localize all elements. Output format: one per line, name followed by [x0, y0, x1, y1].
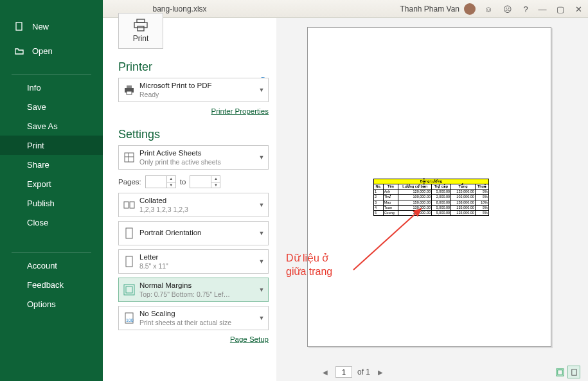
scaling-select[interactable]: 100 No ScalingPrint sheets at their actu… — [118, 306, 269, 330]
chevron-down-icon: ▼ — [255, 154, 268, 161]
svg-rect-13 — [126, 256, 132, 267]
svg-rect-20 — [571, 369, 576, 375]
sidebar-item-close[interactable]: Close — [0, 213, 103, 232]
chevron-down-icon: ▼ — [255, 202, 268, 208]
sidebar-item-publish[interactable]: Publish — [0, 193, 103, 213]
printer-select[interactable]: Microsoft Print to PDFReady ▼ — [118, 78, 269, 102]
svg-rect-5 — [127, 85, 132, 88]
svg-rect-12 — [126, 228, 132, 238]
spin-up-icon[interactable]: ▲ — [211, 176, 220, 182]
margins-select[interactable]: Normal MarginsTop: 0.75" Bottom: 0.75" L… — [118, 278, 269, 302]
chevron-down-icon: ▼ — [255, 230, 268, 236]
scaling-icon: 100 — [124, 312, 134, 324]
sidebar-item-share[interactable]: Share — [0, 155, 103, 174]
spin-up-icon[interactable]: ▲ — [167, 176, 175, 182]
feedback-frown-icon[interactable]: ☹ — [498, 0, 517, 18]
sidebar-item-options[interactable]: Options — [0, 294, 103, 314]
preview-table: Bảng LươngNo.TênLương cơ bảnTrợ cấpTổngT… — [373, 179, 489, 216]
svg-rect-3 — [138, 26, 144, 31]
chevron-down-icon: ▼ — [255, 87, 268, 93]
paper-size-select[interactable]: Letter8.5" x 11" ▼ — [118, 249, 269, 274]
settings-heading: Settings — [118, 128, 269, 141]
annotation-text: Dữ liệu ở giữa trang — [286, 252, 332, 279]
page-setup-link[interactable]: Page Setup — [230, 335, 269, 343]
backstage-sidebar: New Open Info Save Save As Print Share E… — [0, 0, 103, 381]
avatar[interactable] — [464, 3, 476, 15]
print-settings-panel: Print Printer i Microsoft Print to PDFRe… — [103, 18, 276, 381]
svg-rect-19 — [557, 369, 562, 374]
collate-select[interactable]: Collated1,2,3 1,2,3 1,2,3 ▼ — [118, 193, 269, 217]
svg-rect-0 — [16, 22, 22, 30]
sidebar-item-new[interactable]: New — [0, 17, 103, 36]
printer-properties-link[interactable]: Printer Properties — [211, 107, 269, 115]
feedback-smile-icon[interactable]: ☺ — [479, 0, 498, 18]
print-what-select[interactable]: Print Active SheetsOnly print the active… — [118, 145, 269, 170]
sidebar-item-account[interactable]: Account — [0, 256, 103, 275]
spin-down-icon[interactable]: ▼ — [211, 182, 220, 188]
sidebar-item-export[interactable]: Export — [0, 174, 103, 193]
svg-rect-11 — [130, 202, 134, 208]
paper-icon — [125, 256, 134, 267]
close-button[interactable]: ✕ — [569, 0, 588, 18]
new-icon — [14, 21, 24, 31]
sidebar-item-saveas[interactable]: Save As — [0, 116, 103, 136]
svg-rect-7 — [125, 153, 134, 162]
printer-heading: Printer — [118, 60, 269, 74]
pages-from-input[interactable]: ▲▼ — [145, 175, 176, 188]
filename: bang-luong.xlsx — [153, 4, 207, 13]
main-area: Print Printer i Microsoft Print to PDFRe… — [103, 18, 588, 381]
chevron-down-icon: ▼ — [255, 315, 268, 321]
spin-down-icon[interactable]: ▼ — [167, 182, 175, 188]
svg-rect-1 — [137, 19, 145, 22]
svg-rect-6 — [127, 91, 132, 94]
svg-rect-2 — [134, 22, 147, 28]
svg-rect-14 — [124, 285, 134, 295]
minimize-button[interactable]: — — [533, 0, 552, 18]
pages-row: Pages: ▲▼ to ▲▼ — [118, 175, 269, 189]
chevron-down-icon: ▼ — [255, 287, 268, 293]
username: Thanh Pham Van — [400, 4, 459, 13]
page-of-label: of 1 — [357, 368, 370, 377]
page-input[interactable] — [335, 366, 352, 378]
sidebar-item-save[interactable]: Save — [0, 97, 103, 116]
sidebar-item-feedback[interactable]: Feedback — [0, 275, 103, 294]
collate-icon — [123, 200, 136, 210]
preview-page: Bảng LươngNo.TênLương cơ bảnTrợ cấpTổngT… — [307, 27, 551, 347]
svg-rect-15 — [126, 287, 132, 293]
sidebar-item-print[interactable]: Print — [0, 136, 103, 155]
prev-page-button[interactable]: ◀ — [320, 369, 330, 376]
sheets-icon — [123, 152, 135, 163]
printer-icon — [123, 85, 136, 95]
sidebar-item-info[interactable]: Info — [0, 78, 103, 97]
portrait-icon — [125, 227, 134, 239]
pages-to-input[interactable]: ▲▼ — [190, 175, 220, 188]
svg-rect-10 — [124, 202, 129, 208]
orientation-select[interactable]: Portrait Orientation ▼ — [118, 221, 269, 245]
show-margins-button[interactable] — [553, 366, 566, 378]
zoom-to-page-button[interactable] — [567, 366, 580, 378]
margins-icon — [123, 284, 135, 296]
sidebar-item-open[interactable]: Open — [0, 41, 103, 60]
maximize-button[interactable]: ▢ — [551, 0, 570, 18]
print-preview: Bảng LươngNo.TênLương cơ bảnTrợ cấpTổngT… — [276, 18, 588, 381]
svg-text:100: 100 — [126, 318, 134, 323]
printer-big-icon — [132, 19, 149, 31]
open-icon — [14, 46, 24, 56]
next-page-button[interactable]: ▶ — [375, 369, 386, 376]
print-button[interactable]: Print — [118, 13, 163, 49]
chevron-down-icon: ▼ — [255, 258, 268, 265]
pager: ◀ of 1 ▶ — [276, 363, 588, 381]
